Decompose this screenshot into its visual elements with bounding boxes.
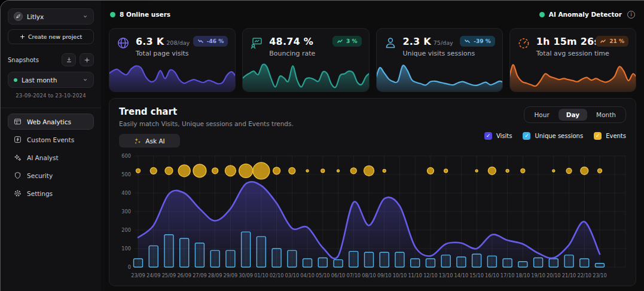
- presentation-chart-icon: [250, 36, 263, 50]
- add-snapshot-button[interactable]: [80, 53, 94, 66]
- main-content: 8 Online users AI Anomaly Detector i 6.3…: [101, 1, 644, 291]
- svg-text:09/10: 09/10: [377, 272, 392, 278]
- svg-text:23/09: 23/09: [131, 272, 145, 278]
- svg-text:03/10: 03/10: [285, 272, 300, 278]
- stat-rate: 208/day: [166, 39, 190, 46]
- svg-text:06/10: 06/10: [331, 272, 346, 278]
- stat-value: 2.3 K: [403, 36, 431, 47]
- svg-text:01/10: 01/10: [254, 272, 268, 278]
- svg-text:300: 300: [121, 209, 131, 215]
- trend-chart-subtitle: Easily match Visits, Unique sessions and…: [119, 120, 294, 127]
- ai-analyst-icon: [14, 154, 22, 161]
- sidebar-item-label: Web Analytics: [27, 118, 71, 125]
- tab-month[interactable]: Month: [588, 109, 624, 121]
- range-tabs: Hour Day Month: [524, 106, 626, 123]
- sidebar-item-web-analytics[interactable]: Web Analytics: [8, 114, 94, 130]
- svg-text:30/09: 30/09: [239, 272, 253, 278]
- svg-text:15/10: 15/10: [469, 272, 484, 278]
- stat-value: 6.3 K: [136, 36, 164, 47]
- sidebar-item-label: Settings: [27, 190, 53, 197]
- sidebar-item-security[interactable]: Security: [8, 167, 94, 183]
- download-icon: [66, 57, 72, 63]
- legend-checkbox[interactable]: ✓: [594, 132, 602, 140]
- chart-legend: ✓Visits✓Unique sessions✓Events: [484, 132, 626, 140]
- svg-text:10/10: 10/10: [393, 272, 407, 278]
- sidebar-item-settings[interactable]: Settings: [8, 185, 94, 201]
- stat-card-session-time: 1h 15m 26s Total avg session time 21 %: [509, 28, 636, 92]
- custom-events-icon: [14, 136, 22, 143]
- legend-item-events[interactable]: ✓Events: [594, 132, 626, 140]
- svg-text:25/09: 25/09: [162, 272, 176, 278]
- legend-item-visits[interactable]: ✓Visits: [484, 132, 512, 140]
- export-snapshot-button[interactable]: [62, 53, 76, 66]
- legend-checkbox[interactable]: ✓: [484, 132, 492, 140]
- svg-text:07/10: 07/10: [346, 272, 361, 278]
- plus-icon: [20, 34, 25, 39]
- legend-label: Unique sessions: [535, 133, 583, 139]
- trend-up-icon: [337, 39, 343, 44]
- stat-label: Bouncing rate: [269, 50, 315, 57]
- stat-cards-row: 6.3 K208/day Total page visits -46 % 48.…: [109, 28, 636, 92]
- ask-ai-label: Ask AI: [145, 137, 164, 145]
- svg-text:17/10: 17/10: [500, 272, 515, 278]
- sidebar-item-ai-analyst[interactable]: AI Analyst: [8, 149, 94, 166]
- online-status-dot: [110, 12, 115, 17]
- sidebar-item-custom-events[interactable]: Custom Events: [8, 131, 94, 148]
- svg-text:12/10: 12/10: [423, 272, 438, 278]
- trend-down-icon: [197, 39, 204, 44]
- svg-text:28/09: 28/09: [208, 272, 222, 278]
- shield-icon: [14, 171, 22, 179]
- stat-card-bouncing-rate: 48.74 % Bouncing rate 3 %: [242, 28, 369, 92]
- svg-text:500: 500: [121, 171, 131, 177]
- sidebar-item-label: Security: [27, 172, 53, 179]
- tab-hour[interactable]: Hour: [526, 109, 557, 121]
- info-icon[interactable]: i: [627, 11, 635, 19]
- legend-label: Events: [606, 133, 626, 139]
- project-name: Litlyx: [27, 13, 78, 20]
- person-icon: [384, 36, 397, 50]
- snapshot-range-select[interactable]: Last month: [8, 72, 94, 88]
- sidebar: Litlyx Create new project Snapshots Last…: [1, 1, 101, 291]
- svg-text:08/10: 08/10: [362, 272, 376, 278]
- svg-text:26/09: 26/09: [177, 272, 191, 278]
- svg-text:200: 200: [121, 227, 131, 233]
- legend-item-unique-sessions[interactable]: ✓Unique sessions: [523, 132, 583, 140]
- chevron-down-icon: [83, 77, 88, 82]
- tab-day[interactable]: Day: [558, 109, 587, 121]
- sparkline-unique-sessions: [377, 59, 502, 91]
- timer-icon: [517, 36, 530, 50]
- svg-text:11/10: 11/10: [408, 272, 422, 278]
- sparkline-session-time: [510, 59, 636, 91]
- trend-chart-panel: Trend chart Easily match Visits, Unique …: [109, 98, 636, 286]
- stat-rate: 75/day: [434, 39, 453, 46]
- globe-icon: [117, 36, 130, 50]
- sidebar-item-label: AI Analyst: [27, 154, 59, 161]
- svg-text:400: 400: [121, 190, 131, 196]
- svg-text:600: 600: [121, 153, 131, 159]
- trend-down-icon: [464, 39, 471, 44]
- sidebar-divider: [1, 108, 101, 108]
- app-window: Litlyx Create new project Snapshots Last…: [0, 0, 644, 291]
- sparkle-icon: [134, 137, 141, 145]
- svg-text:23/10: 23/10: [593, 272, 607, 278]
- snapshots-title: Snapshots: [8, 57, 58, 63]
- svg-text:0: 0: [128, 264, 131, 270]
- create-project-button[interactable]: Create new project: [8, 29, 94, 44]
- trend-badge: -39 %: [460, 36, 495, 47]
- project-selector[interactable]: Litlyx: [8, 8, 94, 24]
- stat-card-page-visits: 6.3 K208/day Total page visits -46 %: [109, 28, 236, 92]
- plus-icon: [84, 57, 90, 63]
- trend-up-icon: [600, 39, 606, 44]
- svg-text:21/10: 21/10: [562, 272, 576, 278]
- trend-badge: 21 %: [596, 36, 628, 47]
- legend-label: Visits: [496, 133, 512, 139]
- legend-checkbox[interactable]: ✓: [523, 132, 530, 140]
- trend-chart-title: Trend chart: [119, 106, 294, 117]
- trend-badge: -46 %: [193, 36, 228, 47]
- svg-text:20/10: 20/10: [547, 272, 561, 278]
- create-project-label: Create new project: [28, 33, 82, 40]
- snapshot-range-value: Last month: [22, 76, 78, 84]
- ask-ai-button[interactable]: Ask AI: [119, 134, 180, 148]
- svg-text:29/09: 29/09: [224, 272, 238, 278]
- svg-text:04/10: 04/10: [300, 272, 315, 278]
